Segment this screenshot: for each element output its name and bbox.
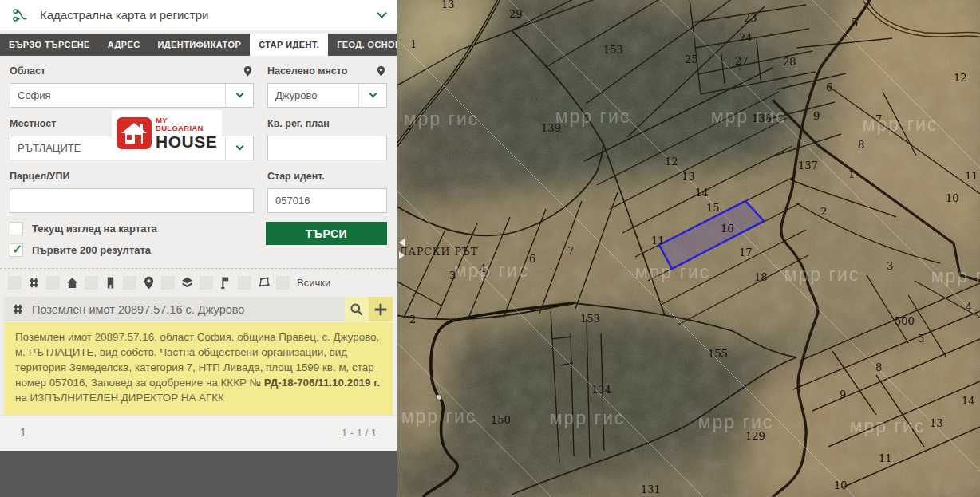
layer-toolbar: Всички	[0, 269, 397, 295]
tab-0[interactable]: БЪРЗО ТЪРСЕНЕ	[0, 34, 99, 56]
kv-reg-plan-input[interactable]	[268, 136, 386, 160]
chevron-down-icon	[235, 90, 243, 98]
chevron-down-icon[interactable]	[377, 8, 387, 18]
watermark-text: мрр гис	[784, 264, 860, 285]
parcel-label-1: 1	[848, 168, 855, 180]
flag-icon[interactable]	[219, 276, 232, 290]
parcel-label-24: 24	[739, 32, 753, 44]
location-pin-icon[interactable]	[142, 276, 156, 290]
naseleno-myasto-label: Населено място	[267, 65, 347, 77]
oblast-input[interactable]	[10, 84, 225, 107]
parcel-label-11: 11	[651, 235, 665, 247]
watermark-text: мрр гис	[454, 260, 530, 281]
parcel-upi-input[interactable]	[10, 189, 253, 212]
page-title: Кадастрална карта и регистри	[40, 8, 378, 22]
pagination: 1 1 - 1 / 1	[0, 415, 397, 451]
location-pin-icon	[375, 65, 387, 77]
parcel-label-11: 11	[965, 170, 978, 182]
parcel-label-23: 23	[744, 12, 757, 24]
search-button[interactable]: ТЪРСИ	[266, 222, 387, 245]
plus-icon	[373, 302, 388, 317]
parcel-label-10: 10	[946, 192, 959, 204]
parcel-label-12: 12	[954, 72, 967, 84]
layer-checkbox[interactable]	[276, 276, 290, 290]
parcel-label-2: 2	[409, 314, 416, 325]
layer-checkbox[interactable]	[46, 276, 60, 290]
parcel-label-10: 10	[834, 479, 848, 491]
map-point-marker	[437, 395, 442, 400]
parcel-label-9: 9	[840, 389, 846, 400]
checkbox-current-view-row[interactable]: Текущ изглед на картата	[10, 222, 157, 235]
star-ident-input[interactable]	[268, 189, 386, 212]
logo-line1: MY BULGARIAN	[156, 116, 217, 132]
home-icon[interactable]	[65, 276, 79, 290]
page-number[interactable]: 1	[20, 426, 26, 439]
parcel-label-13: 13	[930, 417, 943, 429]
layer-checkbox[interactable]	[161, 276, 175, 290]
oblast-select	[10, 83, 254, 108]
layer-checkbox[interactable]	[238, 276, 251, 290]
oblast-dropdown-button[interactable]	[226, 84, 253, 107]
polygon-icon[interactable]	[257, 276, 271, 290]
parcel-label-3: 3	[887, 260, 893, 272]
parcel-label-15: 15	[706, 202, 720, 214]
tab-1[interactable]: АДРЕС	[99, 34, 149, 56]
oblast-label: Област	[10, 65, 45, 77]
sidebar: Кадастрална карта и регистри БЪРЗО ТЪРСЕ…	[0, 0, 397, 497]
layer-checkbox[interactable]	[123, 276, 136, 290]
add-result-button[interactable]	[369, 297, 393, 321]
result-row[interactable]: Поземлен имот 20897.57.16 с. Джурово	[4, 297, 393, 321]
search-icon	[350, 302, 364, 317]
watermark-text: мрр гис	[850, 416, 926, 436]
mestnost-dropdown-button[interactable]	[226, 136, 253, 160]
naseleno-myasto-input[interactable]	[268, 84, 358, 107]
map-service-selector[interactable]: Кадастрална карта и регистри	[0, 0, 397, 30]
parcel-label-153: 153	[603, 44, 623, 56]
map-view[interactable]: 1329115325139232427285697812138121314151…	[397, 0, 980, 497]
parcel-label-12: 12	[665, 156, 678, 168]
first-200-checkbox[interactable]	[10, 243, 23, 257]
watermark-text: мрр гис	[635, 262, 711, 282]
parcel-label-6: 6	[529, 253, 535, 265]
parcel-label-1: 1	[410, 38, 417, 50]
cadastral-map[interactable]: 1329115325139232427285697812138121314151…	[397, 0, 980, 497]
watermark-text: мрр гис	[863, 114, 939, 135]
parcel-label-27: 27	[735, 55, 749, 67]
layer-checkbox[interactable]	[8, 276, 22, 290]
parcel-label-14: 14	[695, 187, 709, 199]
app: Кадастрална карта и регистри БЪРЗО ТЪРСЕ…	[0, 0, 980, 497]
details-text-end: на ИЗПЪЛНИТЕЛЕН ДИРЕКТОР НА АГКК	[15, 392, 224, 404]
zoom-to-result-button[interactable]	[345, 297, 369, 321]
details-order-number: РД-18-706/11.10.2019 г.	[264, 377, 380, 389]
parcel-label-9: 9	[813, 110, 820, 122]
parcel-label-131: 131	[641, 483, 661, 495]
parcel-label-134: 134	[591, 384, 611, 396]
search-form: Област Населено място	[0, 56, 397, 265]
grid-icon[interactable]	[27, 276, 41, 290]
current-view-checkbox[interactable]	[10, 222, 23, 235]
parcel-label-29: 29	[509, 8, 523, 20]
location-pin-icon	[242, 65, 254, 77]
parcel-label-500: 500	[895, 315, 915, 327]
naseleno-dropdown-button[interactable]	[359, 84, 386, 107]
place-name-label: ЛАРСКИ РЪТ	[399, 246, 478, 258]
building-icon[interactable]	[104, 276, 117, 290]
parcel-label-5: 5	[918, 333, 924, 345]
parcel-label-155: 155	[708, 348, 728, 360]
parcel-label-4: 4	[966, 301, 972, 313]
tab-2[interactable]: ИДЕНТИФИКАТОР	[149, 34, 251, 56]
naseleno-myasto-select	[267, 83, 387, 108]
tab-3-active[interactable]: СТАР ИДЕНТ.	[250, 34, 328, 56]
parcel-label-13: 13	[441, 0, 455, 10]
layer-checkbox[interactable]	[200, 276, 213, 290]
layers-icon[interactable]	[180, 276, 194, 290]
parcel-label-13: 13	[682, 171, 695, 183]
parcel-label-25: 25	[685, 53, 698, 65]
watermark-text: мрр гис	[931, 266, 980, 286]
layer-checkbox[interactable]	[85, 276, 98, 290]
chevron-down-icon	[369, 90, 377, 98]
red-house-icon	[117, 117, 152, 149]
watermark-text: мрр гис	[401, 406, 477, 427]
parcel-upi-field	[10, 188, 254, 213]
checkbox-first-200-row[interactable]: Първите 200 резултата	[10, 243, 157, 257]
